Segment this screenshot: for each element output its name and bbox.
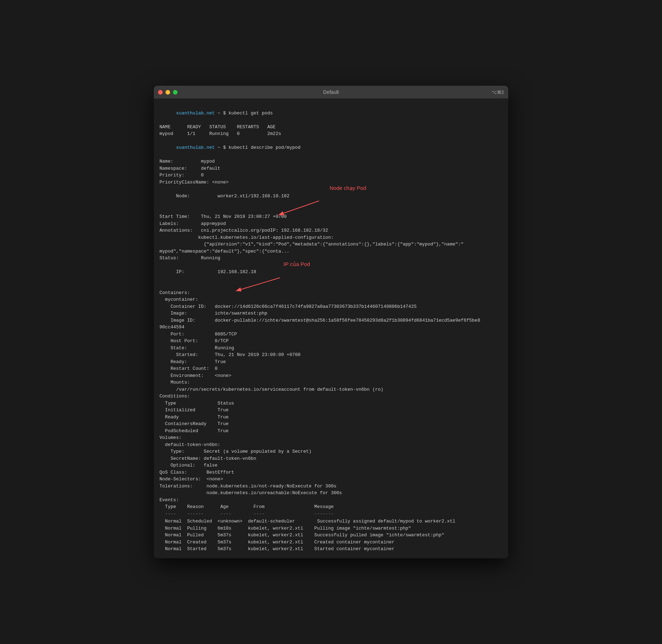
qos: QoS Class: BestEffort (159, 469, 503, 476)
field-annotations-4: mypod","namespace":"default"},"spec":{"c… (159, 248, 503, 255)
field-key: Labels: (159, 221, 201, 226)
field-ip: IP: 192.168.182.18 IP của Pod (159, 262, 503, 289)
tolerations-1: Tolerations: node.kubernetes.io/not-read… (159, 483, 503, 490)
field-name: Name: mypod (159, 158, 503, 165)
event-row: Normal Created 5m37s kubelet, worker2.xt… (159, 539, 503, 546)
mounts-header: Mounts: (159, 379, 503, 386)
env-val: <none> (215, 373, 231, 378)
qos-val: BestEffort (207, 470, 234, 475)
node-arrow (266, 199, 337, 217)
window-title: Default (323, 89, 339, 95)
restart-count: Restart Count: 0 (159, 365, 503, 372)
vol-secret-val: default-token-vn6bn (204, 456, 256, 461)
field-namespace: Namespace: default (159, 165, 503, 172)
traffic-lights (158, 90, 178, 95)
cmd-line-1: xuanthulab.net ~ $ kubectl get pods (159, 103, 503, 124)
ready-cond: Ready True (159, 414, 503, 421)
node-sel-key: Node-Selectors: (159, 476, 207, 482)
close-button[interactable] (158, 90, 163, 95)
vol-type-key: Type: (159, 449, 204, 454)
ip-annotation: IP của Pod (284, 260, 310, 269)
restart-key: Restart Count: (159, 366, 215, 371)
field-key: Namespace: (159, 166, 201, 171)
env-key: Environment: (159, 373, 215, 378)
vol-type-val: Secret (a volume populated by a Secret) (204, 449, 312, 454)
field-annotations-1: Annotations: cni.projectcalico.org/podIP… (159, 227, 503, 234)
port-key: Port: (159, 332, 215, 337)
field-labels: Labels: app=mypod (159, 220, 503, 227)
state-val: Running (215, 345, 234, 351)
field-val: mypod (201, 159, 215, 164)
field-key: PriorityClassName: (159, 180, 212, 185)
node-annotation: Node chạy Pod (330, 184, 366, 192)
port-val: 8085/TCP (215, 332, 237, 337)
started-val: Thu, 21 Nov 2019 23:09:09 +0700 (215, 352, 301, 357)
events-table: Normal Scheduled <unknown> default-sched… (159, 518, 503, 553)
maximize-button[interactable] (173, 90, 178, 95)
pods-header: NAME READY STATUS RESTARTS AGE (159, 124, 503, 131)
pod-scheduled: PodScheduled True (159, 428, 503, 435)
port: Port: 8085/TCP (159, 331, 503, 338)
qos-key: QoS Class: (159, 470, 207, 475)
event-row: Normal Pulling 6m18s kubelet, worker2.xt… (159, 525, 503, 532)
command-2: ~ $ kubectl describe pod/mypod (215, 145, 301, 150)
containers-ready: ContainersReady True (159, 420, 503, 428)
node-selectors: Node-Selectors: <none> (159, 476, 503, 483)
field-status: Status: Running (159, 255, 503, 262)
host-port: Host Port: 0/TCP (159, 338, 503, 345)
host-port-key: Host Port: (159, 338, 215, 344)
command-1: ~ $ kubectl get pods (215, 111, 273, 116)
field-val: worker2.xtl/192.168.10.102 (218, 193, 290, 199)
ready-val: True (215, 359, 226, 365)
vol-name: default-token-vn6bn: (159, 441, 503, 448)
containers-header: Containers: (159, 289, 503, 296)
field-key: Start Time: (159, 214, 201, 219)
state-key: State: (159, 345, 215, 351)
started: Started: Thu, 21 Nov 2019 23:09:09 +0700 (159, 351, 503, 358)
image-val: ichte/swarmtest:php (215, 311, 267, 316)
vol-type: Type: Secret (a volume populated by a Se… (159, 448, 503, 455)
mounts-val: /var/run/secrets/kubernetes.io/serviceac… (159, 386, 503, 393)
titlebar: Default ⌥⌘2 (154, 86, 508, 98)
pods-row: mypod 1/1 Running 0 2m22s (159, 130, 503, 137)
event-row: Normal Scheduled <unknown> default-sched… (159, 518, 503, 525)
field-val: 192.168.182.18 (218, 269, 256, 275)
field-key: Priority: (159, 173, 201, 178)
prompt-1: xuanthulab.net (176, 111, 215, 116)
vol-secret: SecretName: default-token-vn6bn (159, 455, 503, 462)
host-port-val: 0/TCP (215, 338, 229, 344)
events-separator: ---- ------ ---- ---- ------- (159, 510, 503, 518)
events-header: Events: (159, 497, 503, 504)
field-priority: Priority: 0 (159, 172, 503, 179)
field-val: cni.projectcalico.org/podIP: 192.168.182… (201, 228, 328, 233)
terminal-window: Default ⌥⌘2 xuanthulab.net ~ $ kubectl g… (154, 86, 508, 558)
minimize-button[interactable] (166, 90, 170, 95)
field-val: <none> (212, 180, 229, 185)
field-key: Annotations: (159, 228, 201, 233)
conditions-col: Type Status (159, 400, 503, 407)
terminal-body[interactable]: xuanthulab.net ~ $ kubectl get pods NAME… (154, 98, 508, 558)
field-key: Node: (176, 193, 218, 199)
image-id: Image ID: docker-pullable://ichte/swarmt… (159, 317, 503, 324)
field-key: IP: (176, 269, 218, 275)
event-row: Normal Started 5m37s kubelet, worker2.xt… (159, 546, 503, 553)
started-key: Started: (159, 352, 215, 357)
events-col-header: Type Reason Age From Message (159, 503, 503, 510)
initialized: Initialized True (159, 407, 503, 414)
field-val: app=mypod (201, 221, 226, 226)
vol-secret-key: SecretName: (159, 456, 204, 461)
state: State: Running (159, 345, 503, 352)
container-id: Container ID: docker://14d6126c66ca7f461… (159, 303, 503, 310)
container-id-val: docker://14d6126c66ca7f46117c74fa9827a0a… (215, 304, 417, 309)
field-val: 0 (201, 173, 204, 178)
image-id-val: docker-pullable://ichte/swarmtest@sha256… (215, 318, 480, 323)
container-id-key: Container ID: (159, 304, 215, 309)
vol-optional: Optional: false (159, 462, 503, 469)
mycontainer-label: mycontainer: (159, 296, 503, 303)
image-id-key: Image ID: (159, 318, 215, 323)
vol-optional-key: Optional: (159, 463, 204, 468)
prompt-2: xuanthulab.net (176, 145, 215, 150)
node-sel-val: <none> (207, 476, 223, 482)
field-annotations-3: {"apiVersion":"v1","kind":"Pod","metadat… (159, 241, 503, 248)
ready: Ready: True (159, 358, 503, 366)
